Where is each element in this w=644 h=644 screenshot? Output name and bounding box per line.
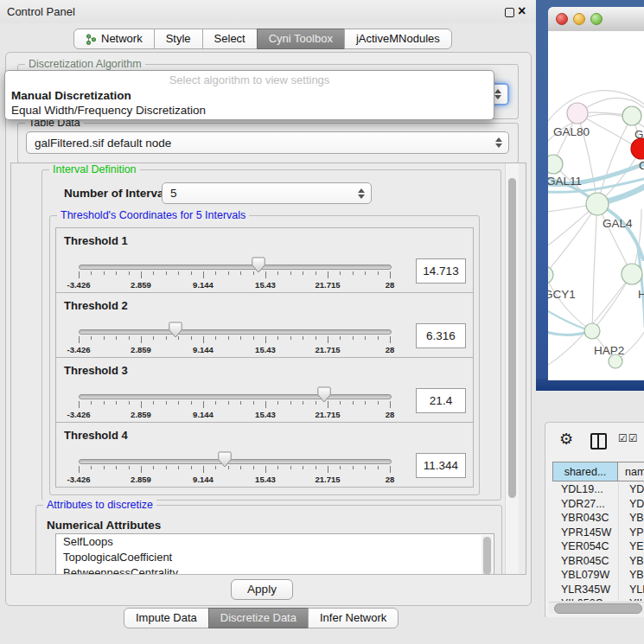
- tab-label: Impute Data: [136, 609, 197, 628]
- tab-network[interactable]: Network: [73, 29, 155, 49]
- main-scrollbar[interactable]: [505, 163, 519, 574]
- slider-track[interactable]: [79, 329, 392, 335]
- popup-item-manual-discretization[interactable]: Manual Discretization: [5, 88, 494, 103]
- close-icon[interactable]: ×: [518, 3, 526, 20]
- tab-infer-network[interactable]: Infer Network: [308, 608, 399, 628]
- threshold-box: Threshold 4-3.4262.8599.14415.4321.71528…: [55, 422, 474, 488]
- gear-icon[interactable]: ⚙: [559, 430, 573, 448]
- network-node-red[interactable]: [631, 138, 644, 159]
- column-header-shared-name[interactable]: shared...: [552, 462, 618, 481]
- tick-mark: [141, 466, 142, 473]
- zoom-traffic-light-icon[interactable]: [590, 13, 603, 25]
- network-edge[interactable]: [597, 116, 632, 204]
- network-node-green[interactable]: [584, 323, 600, 339]
- threshold-value-field[interactable]: 6.316: [416, 323, 466, 348]
- tab-label: Infer Network: [320, 609, 386, 628]
- table-row[interactable]: YPR145WYPR145W: [552, 526, 644, 540]
- network-node-green[interactable]: [548, 155, 563, 174]
- float-window-icon[interactable]: [505, 8, 514, 17]
- tick-mark: [277, 401, 278, 405]
- tab-discretize-data[interactable]: Discretize Data: [208, 608, 309, 628]
- slider-thumb[interactable]: [252, 257, 265, 273]
- tick-label: 28: [364, 280, 416, 290]
- table-row[interactable]: YIL052CYIL052C: [552, 596, 644, 601]
- network-node-green[interactable]: [548, 266, 553, 284]
- numerical-attributes-list[interactable]: SelfLoopsTopologicalCoefficientBetweenne…: [55, 533, 494, 575]
- network-node-green[interactable]: [622, 264, 642, 284]
- attributes-group-title: Attributes to discretize: [43, 499, 156, 512]
- number-of-intervals-combo[interactable]: 5: [162, 182, 372, 204]
- table-data-combo[interactable]: galFiltered.sif default node: [26, 131, 509, 154]
- network-node-green[interactable]: [586, 193, 609, 215]
- scrollbar-thumb[interactable]: [554, 603, 642, 614]
- tick-mark: [340, 336, 341, 340]
- tick-mark: [365, 401, 366, 405]
- slider-thumb[interactable]: [317, 386, 331, 403]
- threshold-value-field[interactable]: 11.344: [416, 453, 466, 478]
- popup-item-equal-width-frequency-discretization[interactable]: Equal Width/Frequency Discretization: [5, 103, 494, 118]
- popup-prompt-item[interactable]: Select algorithm to view settings: [5, 73, 494, 88]
- attribute-item-selfloops[interactable]: SelfLoops: [56, 534, 494, 550]
- apply-button[interactable]: Apply: [231, 579, 293, 600]
- interval-definition-group: Interval Definition Number of Intervals …: [41, 169, 501, 501]
- slider-track[interactable]: [79, 459, 392, 464]
- table-hscrollbar[interactable]: [549, 602, 644, 614]
- tick-label: 21.715: [302, 475, 354, 484]
- network-node-pink[interactable]: [567, 103, 588, 124]
- column-layout-icon[interactable]: [590, 433, 607, 450]
- network-edge[interactable]: [592, 204, 597, 331]
- thresholds-group-title: Threshold's Coordinates for 5 Intervals: [57, 209, 249, 222]
- table-row[interactable]: YBL079WYBL079W: [552, 568, 644, 583]
- tick-mark: [265, 466, 266, 473]
- tick-mark: [340, 271, 341, 275]
- slider-ticks: [79, 401, 390, 410]
- minimize-traffic-light-icon[interactable]: [573, 13, 585, 25]
- tab-select[interactable]: Select: [202, 29, 258, 49]
- threshold-label: Threshold 1: [64, 234, 128, 247]
- attribute-item-topologicalcoefficient[interactable]: TopologicalCoefficient: [56, 550, 494, 565]
- threshold-box: Threshold 3-3.4262.8599.14415.4321.71528…: [55, 357, 474, 423]
- slider-thumb[interactable]: [169, 322, 182, 338]
- table-row[interactable]: YDL19...YDL19...: [552, 482, 644, 497]
- attribute-item-betweennesscentrality[interactable]: BetweennessCentrality: [56, 565, 494, 575]
- tab-impute-data[interactable]: Impute Data: [124, 608, 209, 628]
- scrollbar-thumb[interactable]: [483, 537, 491, 575]
- tick-mark: [340, 401, 341, 405]
- tick-mark: [116, 401, 117, 405]
- table-row[interactable]: YER054CYER054C: [552, 539, 644, 554]
- tick-mark: [104, 271, 105, 275]
- tick-mark: [265, 336, 266, 343]
- tick-mark: [228, 401, 229, 405]
- cell-shared-name: YIL052C: [552, 596, 618, 601]
- checkbox-icons[interactable]: ☑☑: [618, 432, 639, 444]
- tick-label: 9.144: [177, 280, 229, 290]
- table-row[interactable]: YDR27...YDR27...: [552, 497, 644, 512]
- tick-mark: [290, 466, 291, 469]
- close-traffic-light-icon[interactable]: [556, 13, 568, 25]
- slider-track[interactable]: [79, 265, 392, 270]
- scrollbar-thumb[interactable]: [508, 178, 516, 498]
- threshold-value-field[interactable]: 21.4: [416, 388, 466, 413]
- tick-label: -3.426: [53, 410, 105, 419]
- tab-jactivemnodules[interactable]: jActiveMNodules: [344, 29, 452, 49]
- tick-mark: [265, 271, 266, 278]
- network-canvas[interactable]: GAL80GACGAL11GAL4GCY1HHAP2: [548, 31, 644, 380]
- threshold-value-field[interactable]: 14.713: [416, 258, 466, 284]
- table-row[interactable]: YBR043CYBR043C: [552, 511, 644, 526]
- table-row[interactable]: YBR045CYBR045C: [552, 554, 644, 569]
- network-node-green[interactable]: [622, 106, 641, 125]
- slider-thumb[interactable]: [218, 451, 232, 468]
- tab-cyni-toolbox[interactable]: Cyni Toolbox: [257, 29, 345, 49]
- network-icon: [86, 34, 97, 45]
- slider-track[interactable]: [79, 394, 392, 399]
- threshold-box: Threshold 2-3.4262.8599.14415.4321.71528…: [55, 292, 474, 358]
- tick-mark: [203, 271, 204, 278]
- tick-label: -3.426: [53, 280, 105, 290]
- column-header-name[interactable]: name: [618, 462, 644, 481]
- slider-ticks: [79, 336, 390, 345]
- tick-mark: [353, 466, 354, 469]
- table-row[interactable]: YLR345WYLR345W: [552, 583, 644, 597]
- tab-style[interactable]: Style: [154, 29, 203, 49]
- network-window-titlebar[interactable]: [548, 7, 644, 32]
- attributes-scrollbar[interactable]: [481, 535, 493, 575]
